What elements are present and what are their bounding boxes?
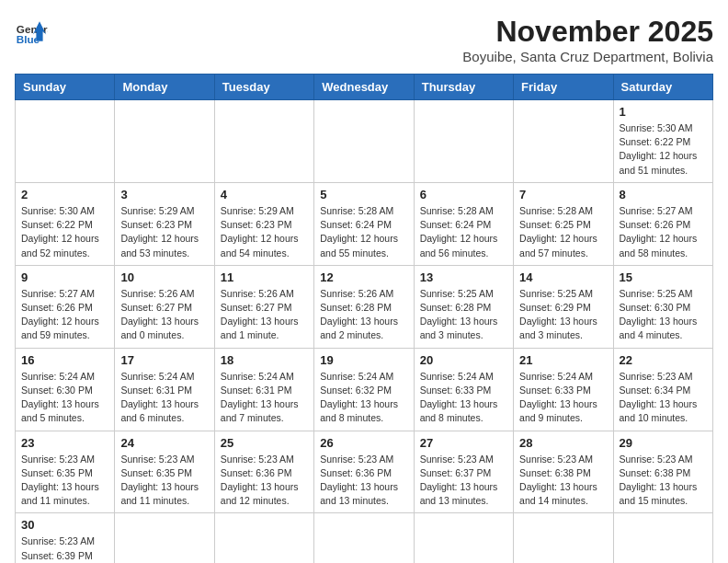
calendar-cell: 7Sunrise: 5:28 AM Sunset: 6:25 PM Daylig… — [514, 182, 613, 265]
day-number: 26 — [320, 436, 407, 450]
day-info: Sunrise: 5:25 AM Sunset: 6:29 PM Dayligh… — [519, 287, 607, 343]
calendar-cell: 11Sunrise: 5:26 AM Sunset: 6:27 PM Dayli… — [214, 265, 313, 348]
calendar-cell — [214, 513, 313, 563]
calendar-week-row: 30Sunrise: 5:23 AM Sunset: 6:39 PM Dayli… — [16, 513, 713, 563]
day-number: 1 — [620, 105, 707, 119]
page-header: General Blue November 2025 Boyuibe, Sant… — [15, 15, 713, 64]
day-info: Sunrise: 5:26 AM Sunset: 6:27 PM Dayligh… — [120, 287, 208, 343]
calendar-cell: 29Sunrise: 5:23 AM Sunset: 6:38 PM Dayli… — [613, 431, 712, 513]
day-info: Sunrise: 5:29 AM Sunset: 6:23 PM Dayligh… — [120, 204, 208, 260]
logo-icon: General Blue — [15, 15, 48, 48]
calendar-cell: 15Sunrise: 5:25 AM Sunset: 6:30 PM Dayli… — [613, 265, 712, 348]
day-number: 25 — [221, 436, 308, 450]
day-info: Sunrise: 5:23 AM Sunset: 6:35 PM Dayligh… — [120, 453, 208, 509]
day-info: Sunrise: 5:24 AM Sunset: 6:33 PM Dayligh… — [519, 370, 607, 426]
weekday-header: Tuesday — [214, 75, 313, 100]
calendar-cell — [214, 100, 313, 183]
calendar-cell: 18Sunrise: 5:24 AM Sunset: 6:31 PM Dayli… — [214, 348, 313, 431]
calendar-cell: 17Sunrise: 5:24 AM Sunset: 6:31 PM Dayli… — [115, 348, 214, 431]
calendar-cell — [314, 100, 414, 183]
calendar-cell: 22Sunrise: 5:23 AM Sunset: 6:34 PM Dayli… — [613, 348, 712, 431]
calendar-cell — [115, 513, 214, 563]
day-info: Sunrise: 5:30 AM Sunset: 6:22 PM Dayligh… — [620, 121, 707, 178]
day-number: 15 — [620, 270, 707, 284]
day-number: 10 — [120, 270, 208, 284]
calendar-week-row: 2Sunrise: 5:30 AM Sunset: 6:22 PM Daylig… — [16, 182, 713, 265]
weekday-header: Friday — [514, 75, 613, 100]
day-number: 5 — [320, 188, 407, 201]
day-info: Sunrise: 5:25 AM Sunset: 6:30 PM Dayligh… — [620, 287, 707, 343]
calendar-cell: 6Sunrise: 5:28 AM Sunset: 6:24 PM Daylig… — [414, 182, 513, 265]
day-number: 4 — [221, 188, 308, 201]
calendar-cell — [514, 100, 613, 183]
weekday-header: Wednesday — [314, 75, 414, 100]
calendar-week-row: 23Sunrise: 5:23 AM Sunset: 6:35 PM Dayli… — [16, 431, 713, 513]
day-number: 12 — [320, 270, 407, 284]
day-number: 24 — [120, 436, 208, 450]
weekday-header: Saturday — [613, 75, 712, 100]
day-info: Sunrise: 5:24 AM Sunset: 6:31 PM Dayligh… — [120, 370, 208, 426]
day-number: 21 — [519, 353, 607, 367]
day-number: 3 — [120, 188, 208, 201]
day-number: 17 — [120, 353, 208, 367]
day-info: Sunrise: 5:29 AM Sunset: 6:23 PM Dayligh… — [221, 204, 308, 260]
calendar-cell — [613, 513, 712, 563]
day-number: 19 — [320, 353, 407, 367]
calendar-table: SundayMondayTuesdayWednesdayThursdayFrid… — [15, 74, 713, 563]
logo: General Blue — [15, 15, 48, 48]
calendar-cell: 8Sunrise: 5:27 AM Sunset: 6:26 PM Daylig… — [613, 182, 712, 265]
title-area: November 2025 Boyuibe, Santa Cruz Depart… — [462, 15, 713, 64]
calendar-cell: 23Sunrise: 5:23 AM Sunset: 6:35 PM Dayli… — [16, 431, 115, 513]
day-info: Sunrise: 5:24 AM Sunset: 6:33 PM Dayligh… — [420, 370, 507, 426]
day-number: 30 — [21, 518, 108, 532]
calendar-week-row: 9Sunrise: 5:27 AM Sunset: 6:26 PM Daylig… — [16, 265, 713, 348]
day-info: Sunrise: 5:23 AM Sunset: 6:36 PM Dayligh… — [221, 453, 308, 509]
calendar-cell — [16, 100, 115, 183]
day-number: 20 — [420, 353, 507, 367]
calendar-cell: 13Sunrise: 5:25 AM Sunset: 6:28 PM Dayli… — [414, 265, 513, 348]
calendar-cell — [115, 100, 214, 183]
day-info: Sunrise: 5:23 AM Sunset: 6:34 PM Dayligh… — [620, 370, 707, 426]
day-number: 13 — [420, 270, 507, 284]
day-number: 11 — [221, 270, 308, 284]
day-number: 18 — [221, 353, 308, 367]
calendar-cell: 12Sunrise: 5:26 AM Sunset: 6:28 PM Dayli… — [314, 265, 414, 348]
day-info: Sunrise: 5:28 AM Sunset: 6:24 PM Dayligh… — [320, 204, 407, 260]
day-info: Sunrise: 5:23 AM Sunset: 6:38 PM Dayligh… — [620, 453, 707, 509]
calendar-cell — [514, 513, 613, 563]
day-info: Sunrise: 5:30 AM Sunset: 6:22 PM Dayligh… — [21, 204, 108, 260]
calendar-cell: 21Sunrise: 5:24 AM Sunset: 6:33 PM Dayli… — [514, 348, 613, 431]
day-info: Sunrise: 5:27 AM Sunset: 6:26 PM Dayligh… — [21, 287, 108, 343]
calendar-cell: 28Sunrise: 5:23 AM Sunset: 6:38 PM Dayli… — [514, 431, 613, 513]
day-info: Sunrise: 5:23 AM Sunset: 6:36 PM Dayligh… — [320, 453, 407, 509]
calendar-cell: 27Sunrise: 5:23 AM Sunset: 6:37 PM Dayli… — [414, 431, 513, 513]
calendar-cell: 14Sunrise: 5:25 AM Sunset: 6:29 PM Dayli… — [514, 265, 613, 348]
calendar-cell — [414, 513, 513, 563]
day-number: 9 — [21, 270, 108, 284]
calendar-cell: 16Sunrise: 5:24 AM Sunset: 6:30 PM Dayli… — [16, 348, 115, 431]
day-number: 14 — [519, 270, 607, 284]
day-info: Sunrise: 5:26 AM Sunset: 6:28 PM Dayligh… — [320, 287, 407, 343]
calendar-cell: 1Sunrise: 5:30 AM Sunset: 6:22 PM Daylig… — [613, 100, 712, 183]
calendar-cell — [414, 100, 513, 183]
day-info: Sunrise: 5:28 AM Sunset: 6:25 PM Dayligh… — [519, 204, 607, 260]
month-year-title: November 2025 — [462, 15, 713, 49]
day-info: Sunrise: 5:28 AM Sunset: 6:24 PM Dayligh… — [420, 204, 507, 260]
day-number: 7 — [519, 188, 607, 201]
calendar-cell: 3Sunrise: 5:29 AM Sunset: 6:23 PM Daylig… — [115, 182, 214, 265]
calendar-cell: 24Sunrise: 5:23 AM Sunset: 6:35 PM Dayli… — [115, 431, 214, 513]
weekday-header: Thursday — [414, 75, 513, 100]
day-info: Sunrise: 5:25 AM Sunset: 6:28 PM Dayligh… — [420, 287, 507, 343]
day-info: Sunrise: 5:23 AM Sunset: 6:35 PM Dayligh… — [21, 453, 108, 509]
day-number: 27 — [420, 436, 507, 450]
location-subtitle: Boyuibe, Santa Cruz Department, Bolivia — [462, 49, 713, 64]
day-info: Sunrise: 5:24 AM Sunset: 6:32 PM Dayligh… — [320, 370, 407, 426]
calendar-cell: 4Sunrise: 5:29 AM Sunset: 6:23 PM Daylig… — [214, 182, 313, 265]
day-info: Sunrise: 5:24 AM Sunset: 6:31 PM Dayligh… — [221, 370, 308, 426]
day-number: 28 — [519, 436, 607, 450]
day-number: 2 — [21, 188, 108, 201]
day-info: Sunrise: 5:23 AM Sunset: 6:37 PM Dayligh… — [420, 453, 507, 509]
weekday-header: Monday — [115, 75, 214, 100]
calendar-cell: 20Sunrise: 5:24 AM Sunset: 6:33 PM Dayli… — [414, 348, 513, 431]
day-number: 16 — [21, 353, 108, 367]
